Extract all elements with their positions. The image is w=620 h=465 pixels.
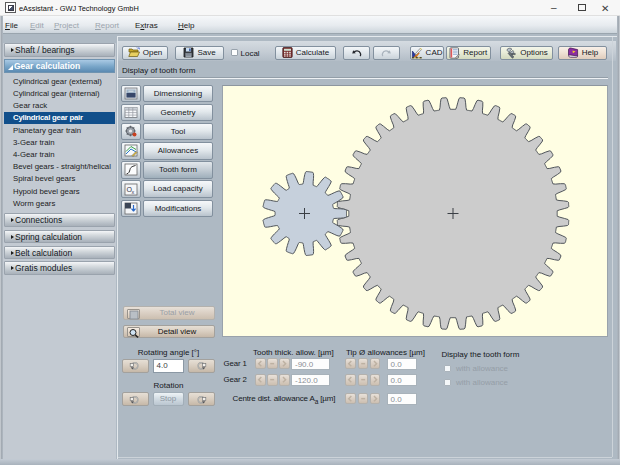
svg-text:x: x [131, 189, 134, 195]
